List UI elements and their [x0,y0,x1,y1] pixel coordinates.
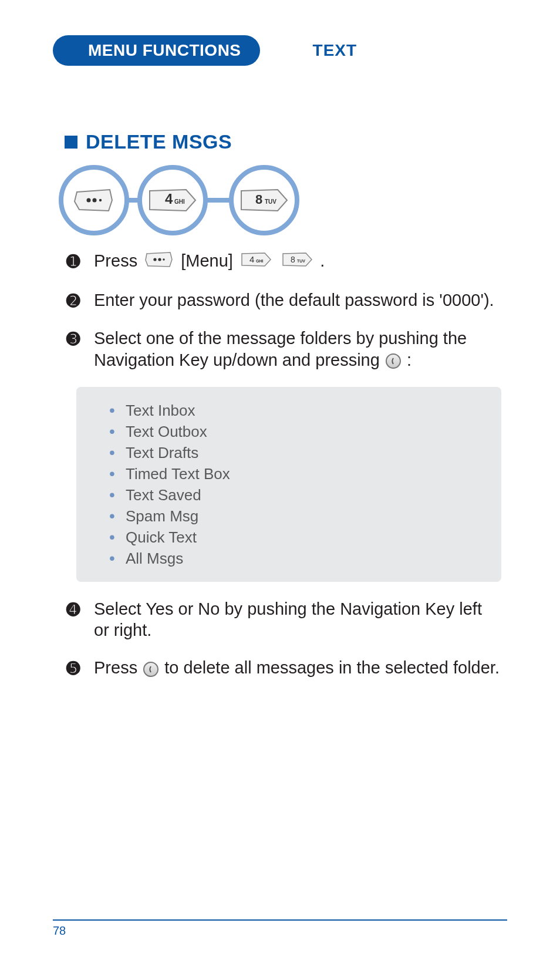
step-number: ➍ [65,598,81,620]
step-body: Press [Menu] 4 [94,250,501,273]
key-ring-8tuv: 8 TUV [229,165,299,235]
key-8tuv-icon: 8 TUV [239,187,289,213]
step-text: [Menu] [181,251,233,270]
list-item: Text Outbox [112,421,478,442]
folder-list-box: Text Inbox Text Outbox Text Drafts Timed… [76,387,501,582]
svg-text:8: 8 [291,255,295,264]
step-text: Press [94,658,137,677]
step-text: : [407,351,411,369]
steps-list-cont: ➍ Select Yes or No by pushing the Naviga… [65,598,501,679]
svg-text:TUV: TUV [297,259,305,263]
step-number: ➋ [65,289,81,311]
svg-text:8: 8 [255,192,262,207]
page-footer: 78 [53,919,507,938]
step-body: Press to delete all messages in the sele… [94,657,501,678]
key-ring-4ghi: 4 GHI [137,165,208,235]
svg-point-12 [158,258,161,261]
heading-text: DELETE MSGS [86,130,232,153]
list-item: Timed Text Box [112,463,478,484]
step-body: Enter your password (the default passwor… [94,289,501,311]
menu-key-icon [144,251,174,273]
svg-point-2 [93,198,97,203]
chapter-pill: MENU FUNCTIONS [53,35,260,66]
step-4: ➍ Select Yes or No by pushing the Naviga… [65,598,501,641]
step-number: ➌ [65,328,81,349]
list-item: All Msgs [112,548,478,569]
page-header: MENU FUNCTIONS TEXT [53,35,507,66]
step-body: Select Yes or No by pushing the Navigati… [94,598,501,641]
list-item: Text Inbox [112,400,478,421]
list-item: Text Drafts [112,442,478,463]
list-item: Spam Msg [112,506,478,527]
key-sequence-diagram: 4 GHI 8 TUV [59,165,501,235]
svg-point-1 [87,198,91,203]
heading-delete-msgs: DELETE MSGS [65,130,501,153]
section-label: TEXT [313,41,357,60]
menu-key-icon [73,187,114,213]
key-8tuv-icon: 8 TUV [281,251,313,272]
step-text: . [320,251,325,270]
list-item: Quick Text [112,527,478,548]
svg-point-13 [163,259,165,261]
svg-text:GHI: GHI [256,259,264,263]
ok-key-icon [143,662,158,677]
square-bullet-icon [65,136,77,149]
step-number: ➊ [65,250,81,272]
step-number: ➎ [65,657,81,679]
svg-point-11 [154,258,157,261]
step-2: ➋ Enter your password (the default passw… [65,289,501,311]
svg-text:GHI: GHI [174,198,185,205]
svg-text:4: 4 [249,254,254,264]
step-3: ➌ Select one of the message folders by p… [65,328,501,370]
step-1: ➊ Press [Menu] [65,250,501,273]
steps-list: ➊ Press [Menu] [65,250,501,370]
key-4ghi-icon: 4 GHI [240,251,272,272]
content: DELETE MSGS 4 [53,130,507,679]
page-number: 78 [53,924,66,937]
step-text: to delete all messages in the selected f… [164,658,500,677]
ok-key-icon [386,353,401,369]
svg-text:4: 4 [165,191,173,207]
step-body: Select one of the message folders by pus… [94,328,501,370]
folder-list: Text Inbox Text Outbox Text Drafts Timed… [112,400,478,569]
manual-page: MENU FUNCTIONS TEXT DELETE MSGS [0,0,560,967]
step-5: ➎ Press to delete all messages in the se… [65,657,501,679]
list-item: Text Saved [112,484,478,506]
key-4ghi-icon: 4 GHI [147,187,198,213]
step-text: Press [94,251,137,270]
key-ring-menu [59,165,129,235]
svg-text:TUV: TUV [265,198,276,205]
svg-point-3 [99,199,102,201]
svg-marker-7 [241,190,287,211]
connector-gap-icon [205,198,231,203]
